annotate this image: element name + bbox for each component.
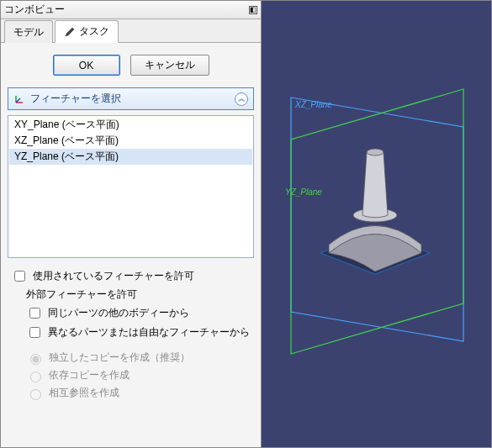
cancel-button[interactable]: キャンセル [130,55,209,76]
panel-title-text: コンボビュー [4,3,65,17]
section-title: フィーチャーを選択 [30,92,121,106]
copy-dependent-radio: 依存コピーを作成 [8,366,254,384]
part-cylinder-top [367,149,384,155]
list-item[interactable]: XY_Plane (ベース平面) [9,117,252,133]
allow-used-checkbox[interactable]: 使用されているフィーチャーを許可 [8,266,254,286]
checkbox-label: 同じパーツの他のボディーから [48,306,189,320]
3d-viewport[interactable]: XZ_Plane YZ_Plane [262,1,491,447]
checkbox-label: 使用されているフィーチャーを許可 [33,269,194,283]
checkbox-label: 異なるパーツまたは自由なフィーチャーから [48,325,250,340]
checkbox-input[interactable] [29,327,40,338]
from-other-bodies-checkbox[interactable]: 同じパーツの他のボディーから [8,303,254,323]
tab-model[interactable]: モデル [4,20,53,43]
combo-view-panel: コンボビュー ◧ モデル タスク OK キャンセル [1,1,262,447]
checkbox-input[interactable] [29,308,40,319]
collapse-icon[interactable]: ︽ [235,92,248,106]
origin-icon [13,93,25,105]
panel-titlebar: コンボビュー ◧ [1,1,261,19]
copy-independent-radio: 独立したコピーを作成（推奨） [8,349,254,366]
feature-select-section: フィーチャーを選択 ︽ XY_Plane (ベース平面) XZ_Plane (ベ… [8,87,254,402]
ok-button[interactable]: OK [53,55,120,76]
radio-label: 依存コピーを作成 [49,368,130,382]
from-other-parts-checkbox[interactable]: 異なるパーツまたは自由なフィーチャーから [8,323,254,342]
tab-task-label: タスク [79,24,109,39]
xz-plane-label: XZ_Plane [295,100,332,109]
radio-input [30,389,41,400]
external-features-label: 外部フィーチャーを許可 [8,286,254,303]
pencil-icon [64,26,76,38]
radio-label: 独立したコピーを作成（推奨） [49,350,190,365]
list-item[interactable]: YZ_Plane (ベース平面) [9,149,252,165]
tab-bar: モデル タスク [1,19,261,43]
cross-reference-radio: 相互参照を作成 [8,384,254,402]
dialog-buttons: OK キャンセル [1,43,261,87]
radio-input [30,372,41,382]
part-cylinder [362,150,388,218]
tab-task[interactable]: タスク [55,20,119,43]
radio-label: 相互参照を作成 [49,386,119,400]
undock-icon[interactable]: ◧ [249,6,257,14]
plane-listbox[interactable]: XY_Plane (ベース平面) XZ_Plane (ベース平面) YZ_Pla… [8,115,254,258]
tab-model-label: モデル [13,25,44,40]
list-item[interactable]: XZ_Plane (ベース平面) [9,133,252,149]
yz-plane-label: YZ_Plane [285,187,322,197]
radio-input [30,354,41,365]
checkbox-input[interactable] [14,271,25,282]
section-header[interactable]: フィーチャーを選択 ︽ [8,87,254,110]
